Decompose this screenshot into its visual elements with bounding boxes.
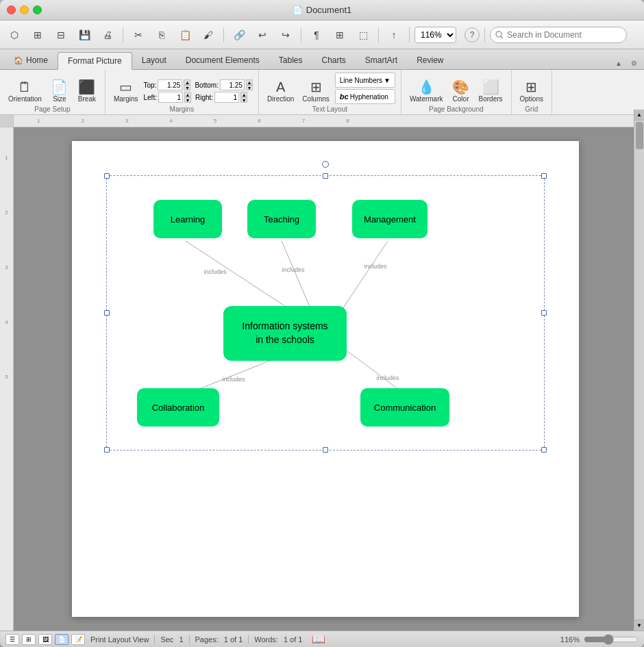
view-btn-1[interactable]: ☰ (5, 634, 19, 645)
sidebar-btn[interactable]: ⬚ (353, 25, 373, 45)
margins-icon-btn[interactable]: ▭ Margins (111, 79, 141, 104)
handle-bm[interactable] (323, 447, 328, 453)
ribbon-group-page-background: 💧 Watermark 🎨 Color ⬜ Borders Page Backg… (401, 70, 512, 114)
cut-btn[interactable]: ✂ (128, 25, 149, 45)
orientation-btn[interactable]: 🗒 Orientation (5, 79, 45, 104)
handle-mr[interactable] (541, 310, 547, 316)
page-setup-items: 🗒 Orientation 📄 Size ⬛ Break (5, 73, 99, 104)
bottom-up-btn[interactable]: ▲ (246, 79, 253, 85)
node-center[interactable]: Information systemsin the schools (223, 306, 347, 361)
zoom-select[interactable]: 116% (414, 27, 456, 43)
left-down-btn[interactable]: ▼ (184, 97, 191, 103)
sep3 (301, 27, 301, 42)
layout-view-btn[interactable]: ⊞ (330, 25, 350, 45)
right-up-btn[interactable]: ▲ (240, 92, 247, 97)
status-right: 116% (560, 634, 639, 645)
grid-options-btn[interactable]: ⊞ Options (517, 79, 546, 104)
pilcrow-btn[interactable]: ¶ (306, 25, 327, 45)
rotation-handle[interactable] (322, 161, 329, 168)
tab-document-elements[interactable]: Document Elements (176, 51, 269, 69)
node-teaching[interactable]: Teaching (247, 200, 316, 238)
undo-btn[interactable]: ↩ (252, 25, 273, 45)
right-input[interactable] (214, 92, 239, 103)
margins-group-label: Margins (111, 105, 253, 113)
tab-charts[interactable]: Charts (312, 51, 355, 69)
print-btn[interactable]: 🖨 (97, 25, 118, 45)
sep1 (123, 27, 123, 42)
view-btn-2[interactable]: ⊞ (22, 634, 36, 645)
page-setup-label: Page Setup (5, 105, 99, 113)
handle-ml[interactable] (104, 310, 110, 316)
search-input[interactable] (490, 27, 627, 43)
customize-btn[interactable]: ⬡ (4, 25, 25, 45)
svg-line-2 (340, 241, 388, 313)
redo-btn[interactable]: ↪ (275, 25, 296, 45)
view-btn-3[interactable]: 🖼 (38, 634, 52, 645)
handle-tr[interactable] (541, 173, 547, 179)
tab-tables[interactable]: Tables (269, 51, 312, 69)
top-down-btn[interactable]: ▼ (184, 85, 190, 90)
direction-btn[interactable]: A Direction (264, 79, 297, 104)
grid-btn[interactable]: ⊟ (51, 25, 71, 45)
scroll-down-btn[interactable]: ▼ (634, 620, 644, 631)
maximize-button[interactable] (33, 5, 42, 14)
ruler-vertical: 1 2 3 4 5 (0, 115, 14, 631)
hyphenation-btn[interactable]: bc Hyphenation (335, 89, 395, 104)
size-btn[interactable]: 📄 Size (47, 79, 72, 104)
watermark-btn[interactable]: 💧 Watermark (407, 79, 446, 104)
paste-btn[interactable]: 📋 (175, 25, 195, 45)
color-icon: 🎨 (452, 80, 469, 94)
break-btn[interactable]: ⬛ Break (75, 79, 99, 104)
line-numbers-btn[interactable]: Line Numbers ▼ (335, 73, 395, 88)
top-up-btn[interactable]: ▲ (184, 79, 190, 85)
copy-btn[interactable]: ⎘ (151, 25, 172, 45)
right-down-btn[interactable]: ▼ (240, 97, 247, 103)
handle-br[interactable] (541, 447, 547, 453)
tab-format-picture[interactable]: Format Picture (58, 52, 132, 70)
node-learning[interactable]: Learning (153, 200, 222, 238)
save-btn[interactable]: 💾 (74, 25, 95, 45)
scroll-thumb[interactable] (636, 122, 643, 149)
zoom-slider[interactable] (584, 634, 639, 645)
spell-check-icon[interactable]: 📖 (312, 633, 325, 646)
left-spinner: ▲ ▼ (184, 92, 191, 103)
node-collaboration[interactable]: Collaboration (137, 388, 219, 427)
help-button[interactable]: ? (465, 27, 480, 42)
handle-bl[interactable] (104, 447, 110, 453)
format-btn[interactable]: 🖌 (198, 25, 219, 45)
scrollbar-v[interactable]: ▲ ▼ (634, 115, 644, 631)
includes-label-3: includes (364, 263, 387, 270)
media-btn[interactable]: 🔗 (229, 25, 249, 45)
scroll-up-btn[interactable]: ▲ (634, 115, 644, 120)
left-label: Left: (144, 94, 157, 101)
doc-scroll[interactable]: includes includes includes includes incl… (14, 127, 644, 631)
tab-home[interactable]: 🏠 Home (4, 51, 58, 69)
tab-layout[interactable]: Layout (132, 51, 176, 69)
ribbon-options-btn[interactable]: ⚙ (628, 57, 640, 69)
tabbar: 🏠 Home Format Picture Layout Document El… (0, 49, 644, 70)
node-management[interactable]: Management (352, 200, 428, 238)
node-communication[interactable]: Communication (360, 388, 449, 427)
bottom-down-btn[interactable]: ▼ (246, 85, 253, 90)
text-layout-label: Text Layout (264, 105, 395, 113)
columns-btn[interactable]: ⊞ Columns (299, 79, 332, 104)
left-input[interactable] (158, 92, 183, 103)
tab-review[interactable]: Review (407, 51, 453, 69)
left-up-btn[interactable]: ▲ (184, 92, 191, 97)
smartart-selection[interactable]: includes includes includes includes incl… (106, 175, 545, 451)
bottom-input[interactable] (220, 79, 245, 90)
borders-btn[interactable]: ⬜ Borders (476, 79, 506, 104)
handle-tm[interactable] (323, 173, 328, 179)
top-input[interactable] (158, 79, 182, 90)
close-button[interactable] (7, 5, 16, 14)
tab-smartart[interactable]: SmartArt (356, 51, 407, 69)
color-btn[interactable]: 🎨 Color (449, 79, 473, 104)
view-buttons: ☰ ⊞ 🖼 📄 📝 (5, 634, 85, 645)
view-btn-5[interactable]: 📝 (71, 634, 85, 645)
collapse-ribbon-btn[interactable]: ▲ (612, 57, 625, 69)
handle-tl[interactable] (104, 173, 110, 179)
publish-btn[interactable]: ↑ (384, 25, 404, 45)
view-btn-4[interactable]: 📄 (55, 634, 69, 645)
view-btn[interactable]: ⊞ (27, 25, 48, 45)
minimize-button[interactable] (20, 5, 29, 14)
